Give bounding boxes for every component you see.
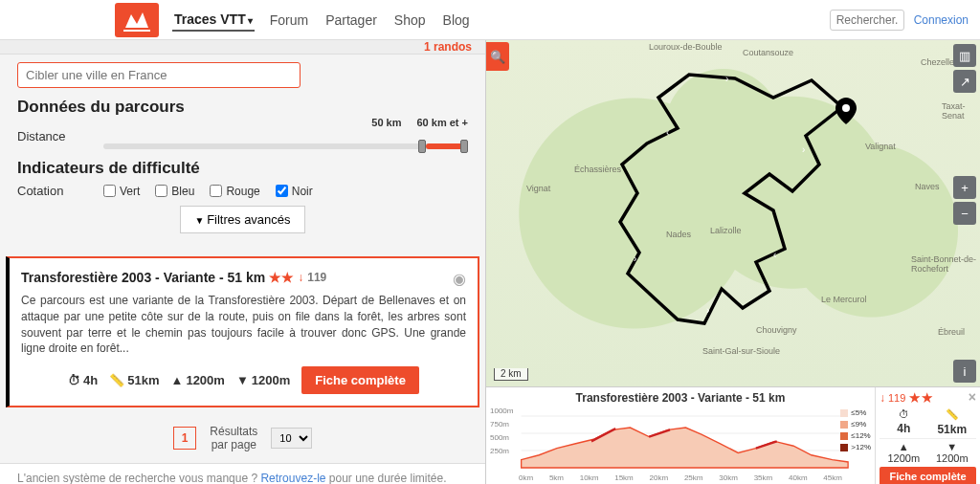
down-arrow-icon: ↓	[298, 271, 303, 284]
cotation-label: Cotation	[17, 184, 103, 198]
advanced-filters-button[interactable]: Filtres avancés	[180, 206, 304, 233]
rating-stars-icon: ★★	[269, 270, 294, 285]
info-button[interactable]: i	[953, 360, 976, 383]
distance-slider[interactable]: 50 km60 km et +	[103, 122, 468, 149]
old-search-link[interactable]: Retrouvez-le	[260, 472, 325, 484]
gpx-track: ›‹› ›‹›	[486, 40, 980, 375]
svg-text:‹: ‹	[773, 250, 776, 260]
svg-text:‹: ‹	[666, 127, 669, 138]
route-title: Transforestière 2003 - Variante - 51 km	[21, 270, 265, 285]
top-header: Traces VTT▾ Forum Partager Shop Blog Con…	[0, 0, 980, 40]
nav-forum[interactable]: Forum	[268, 10, 310, 31]
section-parcours: Données du parcours	[17, 98, 468, 117]
nav-partager[interactable]: Partager	[323, 10, 379, 31]
down-arrow-icon: ↓	[880, 391, 885, 405]
city-input[interactable]	[17, 62, 301, 88]
summary-panel: × ↓119 ★★ ⏱4h 📏51km ▲1200m ▼1200m Fiche …	[875, 387, 980, 484]
current-page[interactable]: 1	[173, 427, 197, 450]
map[interactable]: 🔍 Coutansouze Chezelle Taxat-Senat Louro…	[486, 40, 980, 386]
zoom-out-button[interactable]: −	[953, 202, 976, 225]
per-page-select[interactable]: 10	[271, 428, 312, 449]
share-button[interactable]: ↗	[953, 70, 976, 93]
results-count: 1 randos	[0, 40, 485, 55]
descent-icon: ▼	[236, 373, 249, 387]
distance-icon: 📏	[109, 373, 124, 387]
route-stats: ⏱4h 📏51km ▲1200m ▼1200m Fiche complète	[21, 366, 466, 394]
right-panel: 🔍 Coutansouze Chezelle Taxat-Senat Louro…	[486, 40, 980, 484]
elevation-chart[interactable]	[492, 405, 869, 473]
popularity-count: 119	[307, 271, 326, 284]
chart-title: Transforestière 2003 - Variante - 51 km	[492, 391, 869, 405]
svg-text:›: ›	[725, 74, 728, 84]
elevation-panel: Transforestière 2003 - Variante - 51 km …	[486, 386, 980, 484]
gradient-legend: ≤5% ≤9% ≤12% >12%	[840, 408, 871, 451]
nav-shop[interactable]: Shop	[392, 10, 428, 31]
svg-text:›: ›	[634, 253, 636, 264]
svg-text:›: ›	[706, 305, 709, 316]
login-link[interactable]: Connexion	[914, 13, 969, 27]
clock-icon: ⏱	[899, 408, 909, 420]
clock-icon: ⏱	[68, 373, 80, 387]
distance-label: Distance	[17, 129, 103, 143]
left-panel: 1 randos Données du parcours Distance 50…	[0, 40, 486, 484]
ascent-icon: ▲	[899, 441, 909, 452]
route-card[interactable]: Transforestière 2003 - Variante - 51 km …	[6, 256, 479, 407]
checkbox-noir[interactable]: Noir	[276, 185, 313, 198]
svg-point-6	[842, 104, 850, 112]
section-difficulte: Indicateurs de difficulté	[17, 159, 468, 178]
eye-icon[interactable]: ◉	[453, 270, 466, 288]
nav-blog[interactable]: Blog	[441, 10, 472, 31]
map-scale: 2 km	[494, 368, 528, 381]
checkbox-bleu[interactable]: Bleu	[155, 185, 194, 198]
search-input[interactable]	[830, 10, 904, 31]
nav-traces[interactable]: Traces VTT▾	[172, 9, 255, 32]
distance-icon: 📏	[946, 408, 959, 421]
checkbox-rouge[interactable]: Rouge	[210, 185, 259, 198]
zoom-in-button[interactable]: +	[953, 176, 976, 199]
chevron-down-icon: ▾	[248, 15, 253, 26]
pagination: 1 Résultats par page 10	[0, 417, 485, 463]
layers-button[interactable]: ▥	[953, 44, 976, 67]
fiche-complete-button-small[interactable]: Fiche complète	[880, 467, 976, 484]
fiche-complete-button[interactable]: Fiche complète	[301, 366, 419, 394]
start-marker-icon	[835, 98, 857, 127]
svg-text:›: ›	[802, 144, 805, 155]
descent-icon: ▼	[947, 441, 957, 452]
route-description: Ce parcours est une variante de la Trans…	[21, 293, 466, 357]
legacy-links: L'ancien système de recherche vous manqu…	[0, 463, 485, 484]
main-nav: Traces VTT▾ Forum Partager Shop Blog	[172, 9, 472, 32]
ascent-icon: ▲	[171, 373, 184, 387]
checkbox-vert[interactable]: Vert	[103, 185, 140, 198]
close-icon[interactable]: ×	[969, 389, 976, 405]
site-logo[interactable]	[115, 3, 159, 37]
per-page-label: Résultats par page	[210, 425, 257, 451]
rating-stars-icon: ★★	[908, 389, 933, 407]
